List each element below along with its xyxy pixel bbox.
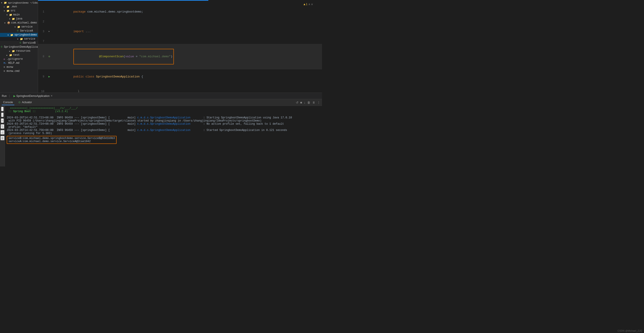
- folder-icon: ▾ 📁: [8, 34, 14, 36]
- mvnwcmd-file[interactable]: ≡ mvnw.cmd: [0, 69, 38, 73]
- line-8: 8 ⚙ @ComponentScan(value = "com.michael.…: [38, 44, 322, 70]
- mvn-folder[interactable]: ▸ 📁 .mvn: [0, 5, 38, 9]
- helpmd-label: HELP.md: [8, 62, 19, 65]
- main-label: main: [13, 13, 20, 16]
- mvnwcmd-icon: ≡: [4, 70, 5, 72]
- folder-icon: ▾ 📁: [9, 18, 15, 20]
- service-folder-1[interactable]: ▾ 📁 service: [0, 25, 38, 29]
- console-toolbar: Console ⊙ Actuator ↺ ■ ↓ 🗑 ⏸ ⋮: [0, 99, 322, 106]
- serviceB-class[interactable]: © ServiceB: [0, 41, 38, 45]
- resources-folder[interactable]: ▸ 📁 resources: [0, 49, 38, 53]
- line-1: 1 package com.michael.demo.springbootdem…: [38, 4, 322, 19]
- console-tab[interactable]: Console: [2, 100, 14, 105]
- service-folder-2[interactable]: ▾ 📁 service: [0, 37, 38, 41]
- spring-ascii: ==========|_|==============|___/=/___/__…: [7, 107, 320, 113]
- folder-icon: ▸ 📁: [6, 54, 12, 56]
- project-root[interactable]: ▾ 📁 springbootDemo ~/IdeaProjects/spring…: [0, 1, 38, 5]
- more-btn[interactable]: ⋮: [317, 101, 320, 104]
- warning-count: ▲1 ∧ ∨: [38, 2, 318, 6]
- line-3: 3 ▸ import ...: [38, 24, 322, 39]
- console-body: ↑ ↓ ≡ ⇅ 🖨 🗑 ==========|_|==============|…: [0, 106, 322, 166]
- folder-icon: ▾ 📁: [14, 26, 20, 28]
- mvnw-icon: ≡: [4, 66, 5, 68]
- scroll-up-btn[interactable]: ↑: [1, 107, 4, 111]
- mvnw-file[interactable]: ≡ mvnw: [0, 65, 38, 69]
- line-2: 2: [38, 19, 322, 24]
- springbootdemo-folder[interactable]: ▾ 📁 springbootdemo: [0, 33, 38, 37]
- package-icon: ▾ 📦: [4, 22, 10, 24]
- log-line-1b: with PID 96459 (/Users/zhangjinqiang/Ide…: [7, 119, 320, 122]
- service-label-1: service: [21, 25, 32, 28]
- src-label: src: [10, 9, 16, 12]
- bottom-panel: Run | ▶ SpringbootDemoApplication ✕ Cons…: [0, 93, 322, 166]
- clear-btn[interactable]: 🗑: [307, 101, 310, 104]
- resources-label: resources: [16, 50, 30, 52]
- toolbar-icons: ↺ ■ ↓ 🗑 ⏸ ⋮: [296, 101, 320, 104]
- console-output: ==========|_|==============|___/=/___/__…: [5, 106, 322, 166]
- src-folder[interactable]: ▾ 📁 src: [0, 9, 38, 13]
- close-tab-icon[interactable]: ✕: [50, 94, 52, 97]
- package-com[interactable]: ▾ 📦 com.michael.demo: [0, 21, 38, 25]
- scroll-end-btn[interactable]: ↓: [304, 101, 306, 104]
- code-editor[interactable]: 1 package com.michael.demo.springbootdem…: [38, 4, 322, 93]
- trash-btn[interactable]: 🗑: [0, 136, 4, 140]
- editor-area: ▲1 ∧ ∨ 1 package com.michael.demo.spring…: [38, 0, 322, 93]
- run-icon[interactable]: ▶: [48, 74, 50, 79]
- class-icon: ©: [17, 30, 18, 32]
- reload-btn[interactable]: ↺: [296, 101, 298, 104]
- gitignore-file[interactable]: ⊘ .gitignore: [0, 57, 38, 61]
- folder-icon: ▸ 📁: [9, 50, 15, 52]
- gitignore-label: .gitignore: [7, 58, 23, 61]
- folder-icon: ▾ 📁: [4, 10, 10, 12]
- project-label: springbootDemo ~/IdeaProjects/springboot: [8, 2, 38, 4]
- java-label: java: [16, 17, 22, 20]
- test-folder[interactable]: ▸ 📁 test: [0, 53, 38, 57]
- print-btn[interactable]: 🖨: [0, 130, 4, 134]
- line-10: 10 ⤵: [38, 84, 322, 93]
- main-folder[interactable]: ▾ 📁 main: [0, 13, 38, 17]
- log-line-1: 2024-03-26T14:42:51.723+08:00 INFO 96459…: [7, 116, 320, 119]
- stop-btn[interactable]: ■: [300, 101, 302, 104]
- log-line-2: 2024-03-26T14:42:51.724+08:00 INFO 96459…: [7, 122, 320, 126]
- result-output-box: serviceB:com.michael.demo.springbootdemo…: [7, 136, 116, 144]
- package-label: com.michael.demo: [11, 21, 37, 24]
- run-bar: Run | ▶ SpringbootDemoApplication ✕: [0, 93, 322, 99]
- class-icon: ©: [20, 42, 21, 44]
- serviceA-class[interactable]: © ServiceA: [0, 29, 38, 33]
- log-line-2b: profile: "default": [7, 126, 320, 129]
- gitignore-icon: ⊘: [4, 58, 5, 61]
- console-side-buttons: ↑ ↓ ≡ ⇅ 🖨 🗑: [0, 106, 5, 166]
- scroll-down-btn[interactable]: ↓: [1, 112, 4, 117]
- folder-icon: ▸ 📁: [4, 5, 10, 8]
- result-line-2: serviceA:com.michael.demo.service.Servic…: [8, 140, 115, 143]
- result-line-1: serviceB:com.michael.demo.springbootdemo…: [8, 137, 115, 140]
- helpmd-file[interactable]: M↓ HELP.md: [0, 61, 38, 65]
- helpmd-icon: M↓: [4, 62, 6, 64]
- log-line-3b: (process running for 5.303): [7, 132, 320, 135]
- run-label: Run: [2, 94, 7, 98]
- mvnw-label: mvnw: [7, 66, 13, 69]
- folder-icon: ▾ 📁: [17, 38, 23, 40]
- test-label: test: [13, 54, 20, 56]
- java-folder[interactable]: ▾ 📁 java: [0, 17, 38, 21]
- class-icon: ©: [1, 46, 2, 48]
- actuator-tab[interactable]: ⊙ Actuator: [17, 100, 33, 105]
- mvn-label: .mvn: [10, 5, 17, 8]
- service-label-2: service: [24, 37, 35, 40]
- serviceA-label: ServiceA: [20, 29, 33, 32]
- debug-icon[interactable]: ⚙: [48, 54, 50, 59]
- springbootdemo-label: springbootdemo: [14, 33, 37, 36]
- line-7: 7: [38, 39, 322, 44]
- scroll-lock-btn[interactable]: ⏸: [312, 101, 315, 104]
- run-tab[interactable]: ▶ SpringbootDemoApplication ✕: [12, 94, 54, 98]
- filter-btn[interactable]: ≡: [1, 118, 4, 123]
- folder-icon: ▾ 📁: [1, 1, 7, 4]
- main-app-class[interactable]: © SpringbootDemoApplica: [0, 45, 38, 49]
- folder-icon: ▾ 📁: [6, 14, 12, 16]
- project-tree: ▾ 📁 springbootDemo ~/IdeaProjects/spring…: [0, 0, 38, 93]
- serviceB-label: ServiceB: [23, 42, 36, 44]
- main-app-label: SpringbootDemoApplica: [4, 46, 38, 48]
- log-line-3: 2024-03-26T14:42:51.756+08:00 INFO 96459…: [7, 129, 320, 132]
- sort-btn[interactable]: ⇅: [1, 124, 4, 129]
- line-9: 9 ▶ public class SpringbootDemoApplicati…: [38, 70, 322, 84]
